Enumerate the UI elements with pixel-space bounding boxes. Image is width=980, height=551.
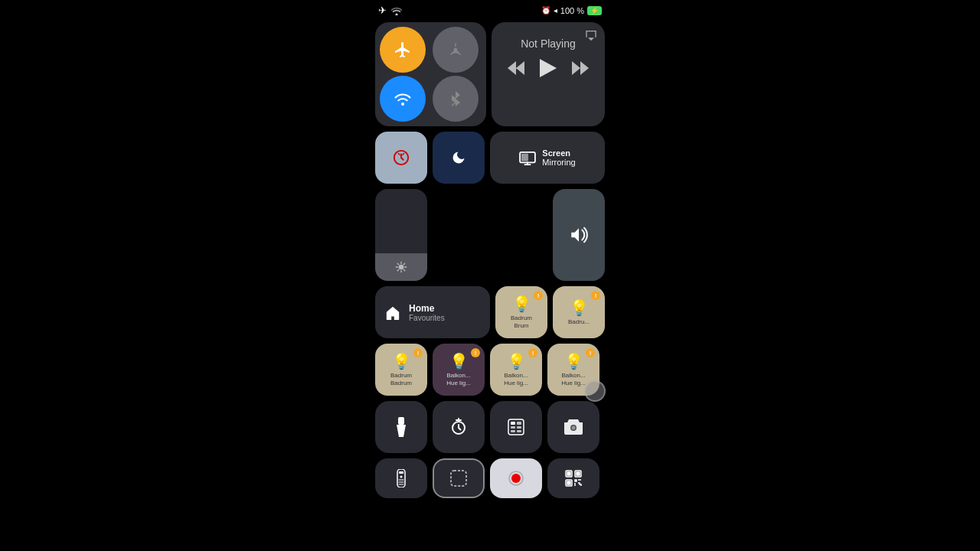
light-tile-badrum2[interactable]: ! 💡 Badru... [553, 286, 605, 338]
svg-rect-14 [517, 430, 521, 432]
warn-badge4: ! [471, 348, 480, 357]
svg-point-16 [572, 426, 576, 430]
svg-rect-18 [399, 471, 403, 474]
light-tile-badrum3[interactable]: ! 💡 BadrumBadrum [375, 344, 427, 396]
bulb-icon2: 💡 [570, 298, 589, 317]
screen-mirror-icon [519, 150, 536, 166]
top-row: Not Playing [375, 22, 605, 126]
flashlight-button[interactable] [375, 401, 427, 453]
light-tile-balkon2[interactable]: ! 💡 Balkon...Hue lig... [490, 344, 542, 396]
connectivity-grid [375, 22, 486, 126]
svg-rect-13 [511, 430, 515, 432]
home-title: Home [409, 303, 445, 314]
rewind-button[interactable] [508, 60, 524, 76]
svg-rect-20 [451, 471, 466, 486]
warn-badge3: ! [413, 348, 423, 357]
battery-icon: ⚡ [587, 6, 602, 15]
svg-point-1 [401, 103, 404, 106]
warn-badge: ! [534, 291, 543, 300]
svg-rect-9 [511, 422, 515, 425]
svg-rect-10 [517, 422, 521, 425]
screen-mirror-button[interactable]: Screen Mirroring [490, 132, 605, 184]
home-row: Home Favourites ! 💡 BadrumBrum ! 💡 Badru… [375, 286, 605, 338]
alarm-icon: ⏰ [541, 6, 550, 15]
status-left: ✈ [378, 5, 402, 16]
light-tile-balkon1[interactable]: ! 💡 Balkon...Hue lig... [433, 344, 485, 396]
forward-button[interactable] [572, 60, 589, 76]
record-button[interactable] [490, 458, 542, 498]
home-icon [384, 304, 401, 321]
airplane-mode-button[interactable] [380, 27, 426, 73]
svg-point-19 [400, 476, 403, 478]
warn-badge2: ! [591, 291, 600, 300]
svg-point-22 [511, 474, 521, 483]
wifi-icon [391, 5, 402, 16]
location-icon: ◂ [554, 6, 557, 15]
orange-warn-badge: ! [586, 348, 595, 357]
control-center: Not Playing [368, 19, 612, 504]
calculator-button[interactable] [490, 401, 542, 453]
bulb-icon4: 💡 [449, 352, 469, 370]
screen-lock-button[interactable] [375, 132, 427, 184]
screen-mirror-title: Screen [542, 148, 575, 158]
remote-button[interactable] [375, 458, 427, 498]
light-tile-badrum1[interactable]: ! 💡 BadrumBrum [495, 286, 547, 338]
svg-rect-27 [577, 472, 580, 475]
gesture-overlay [584, 380, 606, 402]
home-favourites-button[interactable]: Home Favourites [375, 286, 490, 338]
warn-badge5: ! [528, 348, 537, 357]
status-right: ⏰ ◂ 100 % ⚡ [541, 6, 602, 15]
screen-record-button[interactable] [433, 458, 485, 498]
svg-rect-26 [567, 472, 570, 475]
status-bar: ✈ ⏰ ◂ 100 % ⚡ [368, 0, 612, 19]
camera-button[interactable] [547, 401, 599, 453]
svg-rect-6 [398, 417, 404, 425]
svg-rect-28 [567, 481, 570, 484]
brightness-slider[interactable] [375, 189, 427, 281]
wifi-button[interactable] [380, 76, 426, 122]
light-row2: ! 💡 BadrumBadrum ! 💡 Balkon...Hue lig...… [375, 344, 605, 396]
bulb-icon6: 💡 [564, 352, 583, 370]
bulb-icon3: 💡 [392, 352, 411, 370]
sliders-row [375, 189, 605, 281]
svg-point-5 [399, 265, 404, 270]
bottom-row [375, 458, 605, 498]
bluetooth-button[interactable] [433, 76, 479, 122]
now-playing-widget: Not Playing [492, 22, 605, 126]
media-controls [501, 57, 596, 77]
do-not-disturb-button[interactable] [433, 132, 485, 184]
hotspot-button[interactable] [433, 27, 479, 73]
play-button[interactable] [540, 57, 557, 77]
svg-rect-12 [517, 426, 521, 429]
light-tile-balkon3[interactable]: ! 💡 Balkon...Hue lig... [547, 344, 599, 396]
tools-row [375, 401, 605, 453]
timer-button[interactable] [433, 401, 485, 453]
svg-rect-4 [521, 153, 528, 161]
bulb-icon: 💡 [512, 295, 531, 313]
battery-percent: 100 % [560, 6, 584, 15]
volume-slider[interactable] [553, 189, 605, 281]
screen-mirror-subtitle: Mirroring [542, 158, 575, 167]
slider-spacer [433, 189, 547, 281]
airplane-icon: ✈ [378, 5, 387, 16]
home-subtitle: Favourites [409, 314, 445, 322]
svg-rect-11 [511, 426, 515, 429]
airplay-icon[interactable] [585, 28, 597, 41]
bulb-icon5: 💡 [507, 352, 526, 370]
qr-scan-button[interactable] [547, 458, 599, 498]
now-playing-title: Not Playing [501, 37, 596, 50]
quick-toggles-row: Screen Mirroring [375, 132, 605, 184]
